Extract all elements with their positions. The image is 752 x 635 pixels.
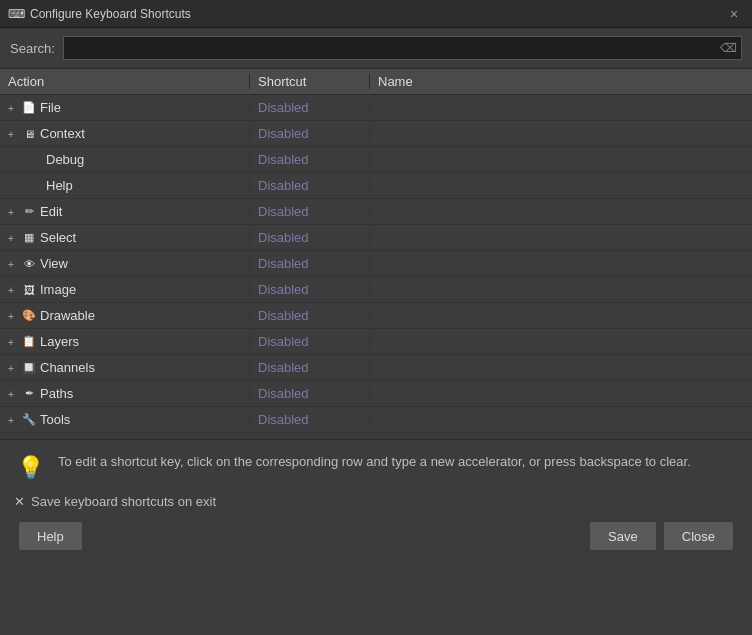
search-input[interactable]: [68, 41, 737, 56]
save-checkbox-row[interactable]: ✕ Save keyboard shortcuts on exit: [14, 494, 738, 509]
row-action-label: Context: [40, 126, 85, 141]
row-action-label: Dialogs: [46, 438, 89, 439]
row-action-label: Debug: [46, 152, 84, 167]
table-row[interactable]: +👁ViewDisabled: [0, 251, 752, 277]
row-icon-drawable: 🎨: [22, 309, 36, 323]
row-shortcut: Disabled: [250, 438, 370, 439]
table-row[interactable]: +✏EditDisabled: [0, 199, 752, 225]
row-shortcut: Disabled: [250, 126, 370, 141]
row-action-label: Image: [40, 282, 76, 297]
action-column-header: Action: [0, 74, 250, 89]
row-shortcut: Disabled: [250, 100, 370, 115]
app-icon: ⌨: [8, 6, 24, 22]
row-action-label: Tools: [40, 412, 70, 427]
table-header: Action Shortcut Name: [0, 69, 752, 95]
help-button[interactable]: Help: [18, 521, 83, 551]
row-action-label: Layers: [40, 334, 79, 349]
button-bar: Help Save Close: [14, 521, 738, 551]
table-row[interactable]: DebugDisabled: [0, 147, 752, 173]
table-row[interactable]: +🔧ToolsDisabled: [0, 407, 752, 433]
row-shortcut: Disabled: [250, 412, 370, 427]
save-checkbox-icon: ✕: [14, 494, 25, 509]
bottom-section: 💡 To edit a shortcut key, click on the c…: [0, 439, 752, 559]
expand-button: [28, 439, 42, 440]
row-icon-select: ▦: [22, 231, 36, 245]
table-row[interactable]: HelpDisabled: [0, 173, 752, 199]
row-icon-channels: 🔲: [22, 361, 36, 375]
row-icon-paths: ✒: [22, 387, 36, 401]
save-button[interactable]: Save: [589, 521, 657, 551]
row-icon-view: 👁: [22, 257, 36, 271]
search-clear-button[interactable]: ⌫: [720, 41, 737, 55]
table-row[interactable]: +📋LayersDisabled: [0, 329, 752, 355]
row-action-label: Drawable: [40, 308, 95, 323]
row-action-label: Select: [40, 230, 76, 245]
expand-button: [28, 153, 42, 167]
expand-button[interactable]: +: [4, 309, 18, 323]
row-action-label: Paths: [40, 386, 73, 401]
search-label: Search:: [10, 41, 55, 56]
row-shortcut: Disabled: [250, 334, 370, 349]
row-shortcut: Disabled: [250, 360, 370, 375]
title-bar-left: ⌨ Configure Keyboard Shortcuts: [8, 6, 191, 22]
row-shortcut: Disabled: [250, 230, 370, 245]
table-row[interactable]: +🖥ContextDisabled: [0, 121, 752, 147]
row-shortcut: Disabled: [250, 152, 370, 167]
table-row[interactable]: +🎨DrawableDisabled: [0, 303, 752, 329]
table-row[interactable]: +🔲ChannelsDisabled: [0, 355, 752, 381]
action-buttons: Save Close: [589, 521, 734, 551]
expand-button[interactable]: +: [4, 387, 18, 401]
row-icon-context: 🖥: [22, 127, 36, 141]
expand-button[interactable]: +: [4, 205, 18, 219]
row-icon-image: 🖼: [22, 283, 36, 297]
row-action-label: Channels: [40, 360, 95, 375]
row-action-label: Edit: [40, 204, 62, 219]
row-shortcut: Disabled: [250, 308, 370, 323]
shortcuts-table: Action Shortcut Name +📄FileDisabled+🖥Con…: [0, 69, 752, 439]
close-window-button[interactable]: ×: [724, 4, 744, 24]
bulb-icon: 💡: [14, 452, 46, 484]
expand-button: [28, 179, 42, 193]
row-action-label: File: [40, 100, 61, 115]
hint-area: 💡 To edit a shortcut key, click on the c…: [14, 452, 738, 484]
row-icon-file: 📄: [22, 101, 36, 115]
row-shortcut: Disabled: [250, 204, 370, 219]
table-row[interactable]: +📄FileDisabled: [0, 95, 752, 121]
expand-button[interactable]: +: [4, 101, 18, 115]
hint-text: To edit a shortcut key, click on the cor…: [58, 452, 691, 472]
row-icon-layers: 📋: [22, 335, 36, 349]
expand-button[interactable]: +: [4, 335, 18, 349]
table-row[interactable]: DialogsDisabled: [0, 433, 752, 439]
title-bar: ⌨ Configure Keyboard Shortcuts ×: [0, 0, 752, 28]
table-row[interactable]: +✒PathsDisabled: [0, 381, 752, 407]
row-icon-edit: ✏: [22, 205, 36, 219]
expand-button[interactable]: +: [4, 231, 18, 245]
row-action-label: View: [40, 256, 68, 271]
table-body: +📄FileDisabled+🖥ContextDisabledDebugDisa…: [0, 95, 752, 439]
expand-button[interactable]: +: [4, 257, 18, 271]
name-column-header: Name: [370, 74, 752, 89]
row-shortcut: Disabled: [250, 256, 370, 271]
search-field-wrap: ⌫: [63, 36, 742, 60]
table-row[interactable]: +🖼ImageDisabled: [0, 277, 752, 303]
row-icon-tools: 🔧: [22, 413, 36, 427]
table-row[interactable]: +▦SelectDisabled: [0, 225, 752, 251]
expand-button[interactable]: +: [4, 127, 18, 141]
expand-button[interactable]: +: [4, 413, 18, 427]
window-title: Configure Keyboard Shortcuts: [30, 7, 191, 21]
row-shortcut: Disabled: [250, 282, 370, 297]
expand-button[interactable]: +: [4, 361, 18, 375]
row-action-label: Help: [46, 178, 73, 193]
row-shortcut: Disabled: [250, 178, 370, 193]
save-checkbox-label: Save keyboard shortcuts on exit: [31, 494, 216, 509]
row-shortcut: Disabled: [250, 386, 370, 401]
close-button[interactable]: Close: [663, 521, 734, 551]
shortcut-column-header: Shortcut: [250, 74, 370, 89]
expand-button[interactable]: +: [4, 283, 18, 297]
search-bar: Search: ⌫: [0, 28, 752, 69]
